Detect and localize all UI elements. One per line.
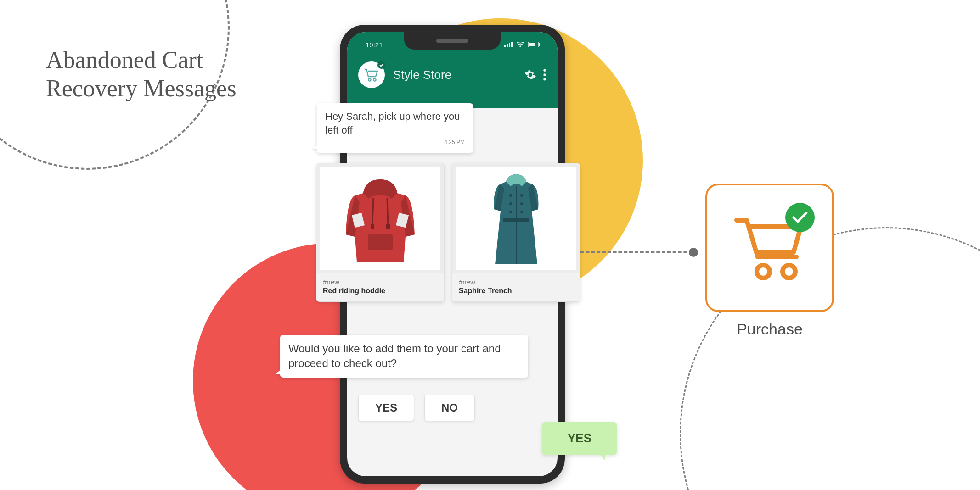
status-icons <box>504 42 540 47</box>
product-cards: #new Red riding hoddie #new Saphire Tren… <box>316 163 580 302</box>
chat-bubble-greeting: Hey Sarah, pick up where you left off 4:… <box>317 103 473 153</box>
quick-reply-row: YES NO <box>358 395 475 421</box>
product-title: Red riding hoddie <box>323 287 438 295</box>
page-title: Abandoned Cart Recovery Messages <box>46 46 236 103</box>
product-image-trench <box>452 163 580 273</box>
svg-point-11 <box>543 73 546 76</box>
user-reply-bubble: YES <box>542 422 617 455</box>
user-reply-text: YES <box>568 431 591 445</box>
svg-point-9 <box>373 78 376 81</box>
status-time: 19:21 <box>366 41 383 49</box>
svg-rect-15 <box>371 224 374 229</box>
product-tag: #new <box>459 278 574 286</box>
signal-icon <box>504 42 513 47</box>
product-tag: #new <box>323 278 438 286</box>
svg-point-26 <box>783 265 795 278</box>
check-badge <box>785 203 815 232</box>
svg-rect-16 <box>386 224 390 229</box>
greeting-time: 4:25 PM <box>325 139 465 146</box>
svg-point-8 <box>368 78 371 81</box>
greeting-text: Hey Sarah, pick up where you left off <box>325 110 465 137</box>
svg-point-19 <box>520 194 523 197</box>
prompt-text: Would you like to add them to your cart … <box>288 341 520 371</box>
check-icon <box>792 211 808 224</box>
svg-rect-6 <box>529 43 535 46</box>
svg-rect-17 <box>368 234 393 250</box>
svg-point-10 <box>543 69 546 72</box>
purchase-box <box>705 184 834 312</box>
chat-bubble-prompt: Would you like to add them to your cart … <box>280 335 528 378</box>
connector-line <box>569 251 698 253</box>
purchase-node: Purchase <box>705 184 834 338</box>
svg-rect-2 <box>509 43 510 47</box>
svg-point-23 <box>520 211 523 213</box>
no-button[interactable]: NO <box>424 395 475 421</box>
connector-dot <box>689 248 698 257</box>
product-title: Saphire Trench <box>459 287 574 295</box>
svg-rect-7 <box>539 43 540 46</box>
phone-notch <box>404 32 501 50</box>
svg-point-20 <box>509 202 512 205</box>
product-card[interactable]: #new Red riding hoddie <box>316 163 445 302</box>
battery-icon <box>528 42 540 47</box>
cart-icon <box>364 68 379 82</box>
wifi-icon <box>516 42 524 47</box>
verified-badge-icon <box>377 61 385 69</box>
svg-point-12 <box>543 78 546 80</box>
svg-rect-1 <box>507 44 508 47</box>
svg-point-21 <box>520 202 523 205</box>
product-card[interactable]: #new Saphire Trench <box>452 163 580 302</box>
svg-rect-3 <box>511 42 513 47</box>
svg-rect-0 <box>504 45 506 47</box>
more-vert-icon[interactable] <box>543 69 546 81</box>
product-image-hoodie <box>316 163 444 273</box>
purchase-label: Purchase <box>705 320 834 338</box>
svg-point-18 <box>509 194 512 197</box>
store-name: Style Store <box>393 68 451 82</box>
svg-point-25 <box>757 265 770 278</box>
yes-button[interactable]: YES <box>358 395 414 421</box>
svg-rect-24 <box>503 218 529 222</box>
store-avatar[interactable] <box>358 61 385 88</box>
gear-icon[interactable] <box>524 69 536 81</box>
svg-point-22 <box>509 211 512 213</box>
svg-point-4 <box>519 45 521 47</box>
